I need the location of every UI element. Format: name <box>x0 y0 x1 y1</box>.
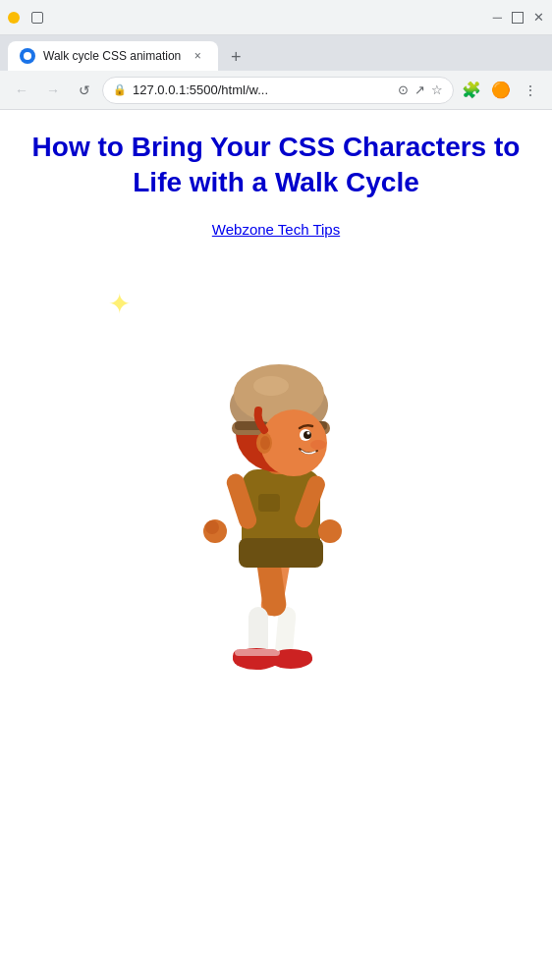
new-tab-button[interactable]: + <box>222 43 249 71</box>
window-restore-icon[interactable] <box>512 12 524 24</box>
cast-icon[interactable]: ⊙ <box>398 82 409 97</box>
svg-rect-11 <box>239 538 323 568</box>
window-close-icon[interactable]: ✕ <box>533 10 544 25</box>
back-button[interactable]: ← <box>8 77 35 104</box>
browser-tab[interactable]: Walk cycle CSS animation × <box>8 41 218 71</box>
reload-button[interactable]: ↺ <box>71 77 98 104</box>
address-text: 127.0.0.1:5500/html/w... <box>133 82 392 97</box>
extensions-button[interactable]: 🧩 <box>458 77 485 104</box>
nav-extras: 🧩 🟠 ⋮ <box>458 77 544 104</box>
character-area: ✦ <box>29 268 523 690</box>
character-figure <box>178 288 374 681</box>
tab-bar: Walk cycle CSS animation × + <box>0 35 552 71</box>
tab-favicon <box>20 48 35 64</box>
share-icon[interactable]: ↗ <box>414 82 425 97</box>
svg-rect-8 <box>235 649 280 656</box>
maximize-button[interactable] <box>31 12 43 24</box>
svg-point-13 <box>318 519 342 543</box>
more-button[interactable]: ⋮ <box>517 77 544 104</box>
svg-point-27 <box>307 431 310 434</box>
svg-point-23 <box>253 376 289 396</box>
address-bar[interactable]: 🔒 127.0.0.1:5500/html/w... ⊙ ↗ ☆ <box>102 77 454 104</box>
page-title: How to Bring Your CSS Characters to Life… <box>29 130 523 201</box>
character-svg <box>178 288 374 684</box>
window-controls <box>8 12 43 24</box>
page-content: How to Bring Your CSS Characters to Life… <box>0 110 552 710</box>
svg-rect-10 <box>258 494 280 512</box>
tab-title: Walk cycle CSS animation <box>43 49 181 63</box>
tab-close-button[interactable]: × <box>189 47 206 65</box>
title-bar: ─ ✕ <box>0 0 552 35</box>
svg-point-16 <box>205 520 219 534</box>
window-minimize-icon[interactable]: ─ <box>493 10 502 25</box>
spark-decoration: ✦ <box>108 288 131 320</box>
author-link[interactable]: Webzone Tech Tips <box>212 221 340 238</box>
minimize-button[interactable] <box>8 12 20 24</box>
bookmark-icon[interactable]: ☆ <box>431 82 443 97</box>
nav-bar: ← → ↺ 🔒 127.0.0.1:5500/html/w... ⊙ ↗ ☆ 🧩… <box>0 71 552 110</box>
profile-button[interactable]: 🟠 <box>487 77 515 104</box>
svg-point-30 <box>260 436 270 450</box>
svg-point-28 <box>310 440 326 450</box>
lock-icon: 🔒 <box>113 83 127 96</box>
forward-button[interactable]: → <box>39 77 67 104</box>
